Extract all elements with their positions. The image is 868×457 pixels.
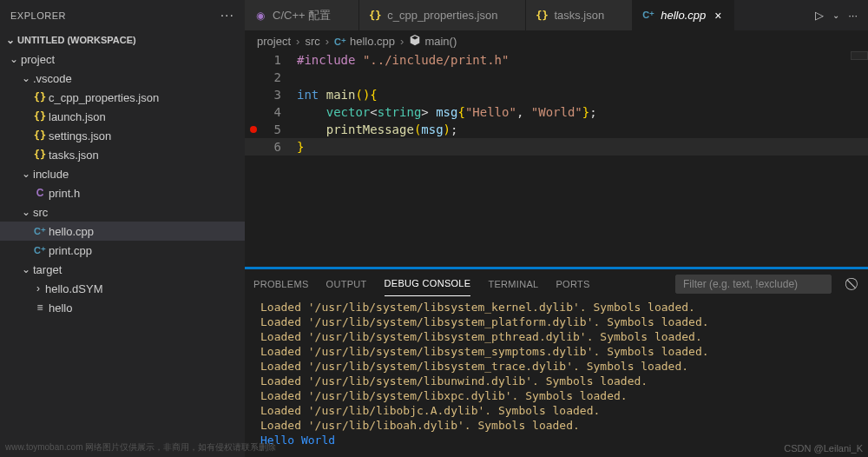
chevron-down-icon: ⌄ [19, 72, 33, 84]
bottom-panel: PROBLEMSOUTPUTDEBUG CONSOLETERMINALPORTS… [245, 269, 868, 457]
run-icon[interactable]: ▷ [815, 9, 824, 22]
chevron-down-icon: ⌄ [19, 206, 33, 218]
tree-folder[interactable]: ⌄.vscode [0, 69, 245, 88]
minimap[interactable] [851, 51, 868, 60]
breadcrumb[interactable]: project›src›C⁺hello.cpp›main() [245, 30, 868, 51]
code-editor[interactable]: 1#include "../include/print.h"23int main… [245, 51, 868, 267]
code-line[interactable]: 6} [245, 138, 868, 156]
line-number: 3 [262, 86, 297, 103]
editor-tab[interactable]: {}c_cpp_properties.json× [359, 0, 526, 30]
tree-file[interactable]: C⁺hello.cpp [0, 222, 245, 241]
json-icon: {} [369, 10, 381, 22]
code-content [297, 69, 868, 86]
panel-tab[interactable]: TERMINAL [488, 272, 538, 296]
breakpoint-gutter[interactable] [245, 138, 262, 156]
main-area: ◉C/C++ 配置×{}c_cpp_properties.json×{}task… [245, 0, 868, 457]
breakpoint-gutter[interactable] [245, 86, 262, 103]
run-dropdown-icon[interactable]: ⌄ [832, 10, 839, 20]
code-line[interactable]: 1#include "../include/print.h" [245, 51, 868, 69]
panel-tab[interactable]: PORTS [556, 272, 589, 296]
tree-item-label: hello.cpp [49, 225, 94, 238]
tree-folder[interactable]: ⌄target [0, 260, 245, 279]
tab-label: tasks.json [554, 9, 604, 22]
tree-file[interactable]: {}settings.json [0, 126, 245, 145]
workspace-title: UNTITLED (WORKSPACE) [17, 35, 136, 45]
tree-item-label: hello.dSYM [45, 282, 102, 295]
json-icon: {} [34, 149, 46, 161]
tree-file[interactable]: {}tasks.json [0, 145, 245, 164]
clear-console-icon[interactable]: ⃠ [849, 276, 859, 291]
file-tree: ⌄project⌄.vscode{}c_cpp_properties.json{… [0, 50, 245, 457]
json-icon: {} [34, 91, 46, 103]
breakpoint-gutter[interactable] [245, 69, 262, 86]
tree-file[interactable]: {}c_cpp_properties.json [0, 88, 245, 107]
editor-tab[interactable]: {}tasks.json× [526, 0, 633, 30]
editor-tab[interactable]: ◉C/C++ 配置× [245, 0, 359, 30]
panel-tab[interactable]: OUTPUT [326, 272, 367, 296]
console-line: Loaded '/usr/lib/libobjc.A.dylib'. Symbo… [260, 403, 852, 418]
json-icon: {} [34, 129, 46, 142]
binary-icon: ≡ [36, 301, 43, 314]
tab-label: C/C++ 配置 [273, 8, 331, 23]
code-content: } [297, 138, 868, 156]
cpp-icon: C⁺ [34, 245, 46, 256]
panel-tab[interactable]: PROBLEMS [253, 272, 309, 296]
line-number: 1 [262, 51, 297, 69]
console-line: Loaded '/usr/lib/system/libsystem_kernel… [260, 300, 852, 315]
breakpoint-icon [250, 126, 257, 133]
tree-file[interactable]: C⁺print.cpp [0, 241, 245, 260]
cpp-icon: C⁺ [642, 10, 654, 21]
code-content: printMessage(msg); [297, 121, 868, 138]
console-output[interactable]: Loaded '/usr/lib/system/libsystem_kernel… [245, 298, 868, 457]
more-actions-icon[interactable]: ··· [848, 9, 858, 22]
close-icon[interactable]: × [711, 9, 725, 23]
code-line[interactable]: 5 printMessage(msg); [245, 121, 868, 138]
console-line: Loaded '/usr/lib/liboah.dylib'. Symbols … [260, 418, 852, 433]
breakpoint-gutter[interactable] [245, 51, 262, 69]
code-line[interactable]: 2 [245, 69, 868, 86]
line-number: 6 [262, 138, 297, 156]
watermark: CSDN @Leilani_K [784, 443, 863, 454]
tree-file[interactable]: ≡hello [0, 298, 245, 317]
cpp-icon: C⁺ [334, 36, 346, 47]
code-line[interactable]: 4 vector<string> msg{"Hello", "World"}; [245, 103, 868, 121]
panel-tab[interactable]: DEBUG CONSOLE [385, 271, 471, 296]
line-number: 4 [262, 103, 297, 121]
explorer-title: EXPLORER [10, 10, 66, 21]
explorer-more-icon[interactable]: ··· [220, 8, 234, 23]
explorer-sidebar: EXPLORER ··· ⌄ UNTITLED (WORKSPACE) ⌄pro… [0, 0, 245, 457]
chevron-down-icon: ⌄ [19, 168, 33, 180]
console-filter-input[interactable] [675, 275, 832, 294]
breakpoint-gutter[interactable] [245, 103, 262, 121]
tree-item-label: hello [49, 301, 72, 315]
cube-icon [409, 34, 421, 49]
breadcrumb-part[interactable]: hello.cpp [350, 35, 395, 48]
console-line: Hello World [260, 433, 852, 447]
c-icon: C [36, 187, 44, 199]
tree-folder[interactable]: ›hello.dSYM [0, 279, 245, 298]
breadcrumb-part[interactable]: main() [424, 35, 457, 48]
tree-item-label: include [33, 168, 69, 181]
code-content: vector<string> msg{"Hello", "World"}; [297, 103, 868, 121]
tree-folder[interactable]: ⌄src [0, 202, 245, 222]
tree-item-label: launch.json [49, 110, 106, 123]
tree-folder[interactable]: ⌄project [0, 50, 245, 69]
chevron-right-icon: › [324, 35, 331, 48]
tree-item-label: project [21, 53, 55, 66]
console-line: Loaded '/usr/lib/system/libunwind.dylib'… [260, 374, 852, 388]
tab-label: hello.cpp [661, 9, 706, 22]
run-controls: ▷ ⌄ ··· [815, 9, 868, 22]
tree-folder[interactable]: ⌄include [0, 164, 245, 183]
tree-file[interactable]: Cprint.h [0, 183, 245, 202]
chevron-right-icon: › [294, 35, 301, 48]
breadcrumb-part[interactable]: src [305, 35, 319, 48]
breakpoint-gutter[interactable] [245, 121, 262, 138]
code-line[interactable]: 3int main(){ [245, 86, 868, 103]
workspace-header[interactable]: ⌄ UNTITLED (WORKSPACE) [0, 30, 245, 50]
code-content: #include "../include/print.h" [297, 51, 868, 69]
console-line: Loaded '/usr/lib/system/libxpc.dylib'. S… [260, 388, 852, 403]
breadcrumb-part[interactable]: project [257, 35, 291, 48]
tree-file[interactable]: {}launch.json [0, 107, 245, 126]
editor-tab[interactable]: C⁺hello.cpp× [633, 0, 734, 30]
chevron-down-icon: ⌄ [3, 34, 17, 46]
